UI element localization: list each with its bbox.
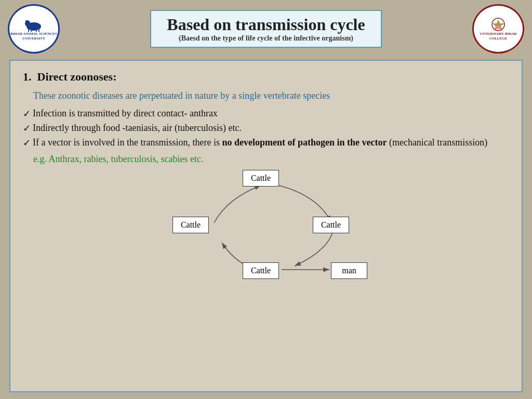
- section-title: 1. Direct zoonoses:: [23, 70, 509, 84]
- checkmark-icon-2: ✓: [23, 123, 31, 134]
- checkmark-icon-1: ✓: [23, 108, 31, 119]
- vector-text: If a vector is involved in the transmiss…: [33, 137, 487, 148]
- svg-point-2: [25, 20, 28, 22]
- diagram-container: Cattle Cattle Cattle Cattle man: [147, 170, 385, 284]
- section-number: 1.: [23, 70, 32, 83]
- vector-suffix: (mechanical transmission): [387, 137, 487, 148]
- cattle-label-left: Cattle: [181, 220, 201, 229]
- cow-icon: [23, 17, 44, 32]
- checkmark-icon-3: ✓: [23, 137, 31, 149]
- intro-text: These zoonotic diseases are perpetuated …: [33, 89, 509, 103]
- title-box: Based on transmission cycle (Baesd on th…: [150, 10, 381, 48]
- vector-bold: no development of pathogen in the vector: [222, 137, 387, 148]
- main-title: Based on transmission cycle: [167, 15, 365, 34]
- man-box: man: [331, 262, 367, 279]
- checkmark-label-1: Infection is transmitted by direct conta…: [33, 108, 218, 119]
- checkmark-item-2: ✓ Indirectly through food -taeniasis, ai…: [23, 123, 509, 134]
- main-content-box: 1. Direct zoonoses: These zoonotic disea…: [9, 60, 523, 392]
- cattle-box-bottom: Cattle: [243, 262, 279, 279]
- emblem-icon: [488, 17, 509, 32]
- man-label: man: [342, 266, 356, 275]
- vector-prefix: If a vector is involved in the transmiss…: [33, 137, 222, 148]
- logo-right: VETERINARY BIHAR COLLEGE: [472, 4, 524, 54]
- checkmark-label-2: Indirectly through food -taeniasis, air …: [33, 123, 242, 134]
- cattle-box-right: Cattle: [313, 217, 349, 233]
- cattle-box-top: Cattle: [243, 170, 279, 187]
- svg-point-9: [495, 25, 502, 30]
- cattle-label-top: Cattle: [251, 174, 271, 182]
- header: BIHAR ANIMAL SCIENCES UNIVERSITY Based o…: [0, 0, 532, 57]
- logo-left-text: BIHAR ANIMAL SCIENCES UNIVERSITY: [9, 32, 58, 41]
- example-text: e.g. Anthrax, rabies, tuberculosis, scab…: [33, 154, 509, 165]
- section-heading: Direct zoonoses: [37, 70, 113, 83]
- checkmark-item-1: ✓ Infection is transmitted by direct con…: [23, 108, 509, 119]
- main-subtitle: (Baesd on the type of life cycle of the …: [167, 34, 365, 43]
- cattle-label-bottom: Cattle: [251, 266, 271, 275]
- logo-right-text: VETERINARY BIHAR COLLEGE: [474, 32, 523, 41]
- vector-item: ✓ If a vector is involved in the transmi…: [23, 137, 509, 149]
- cattle-label-right: Cattle: [321, 220, 341, 229]
- cattle-box-left: Cattle: [172, 217, 209, 233]
- logo-left: BIHAR ANIMAL SCIENCES UNIVERSITY: [8, 4, 60, 54]
